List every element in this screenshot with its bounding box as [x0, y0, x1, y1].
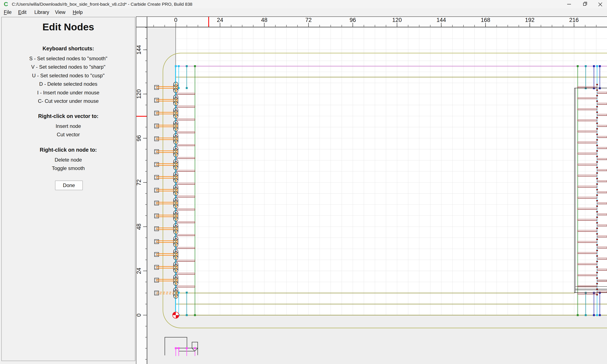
path-node[interactable] [596, 222, 598, 223]
path-node[interactable] [596, 288, 598, 290]
path-node[interactable] [596, 123, 598, 124]
slot-end-handle[interactable] [176, 170, 177, 171]
menu-item-library[interactable]: Library [34, 8, 50, 16]
path-node[interactable] [596, 128, 598, 130]
path-node[interactable] [596, 84, 598, 85]
close-button[interactable] [594, 0, 607, 8]
path-node[interactable] [596, 117, 598, 119]
slot-end-handle[interactable] [176, 132, 177, 133]
restore-button[interactable] [578, 0, 591, 8]
path-node[interactable] [596, 172, 598, 174]
menu-item-view[interactable]: View [54, 8, 66, 16]
slot-end-handle[interactable] [176, 235, 177, 236]
path-node[interactable] [596, 283, 598, 284]
path-node[interactable] [596, 217, 598, 218]
guide-handle[interactable] [596, 314, 598, 316]
slot-end-handle[interactable] [176, 145, 177, 146]
slot-end-handle[interactable] [176, 93, 177, 94]
path-node[interactable] [596, 266, 598, 268]
guide-handle[interactable] [585, 314, 587, 316]
path-node[interactable] [596, 95, 598, 96]
design-canvas[interactable]: 024487296120144168192216144120967248240 [136, 16, 607, 364]
h-ruler-label: 48 [261, 17, 267, 23]
guide-handle[interactable] [175, 65, 177, 67]
path-node[interactable] [596, 150, 598, 152]
path-node[interactable] [596, 89, 598, 91]
guide-handle[interactable] [186, 314, 188, 316]
done-button[interactable]: Done [55, 181, 83, 190]
slot-end-handle[interactable] [176, 247, 177, 248]
restore-icon [583, 3, 586, 6]
path-node[interactable] [596, 183, 598, 185]
path-node[interactable] [596, 145, 598, 146]
path-node[interactable] [596, 195, 598, 196]
selected-node[interactable] [178, 347, 180, 349]
path-node[interactable] [596, 277, 598, 279]
path-node[interactable] [596, 206, 598, 207]
path-node[interactable] [596, 244, 598, 246]
guide-handle[interactable] [194, 65, 196, 67]
selected-node[interactable] [186, 347, 188, 349]
path-node[interactable] [596, 189, 598, 190]
selected-node[interactable] [194, 347, 196, 349]
path-node[interactable] [596, 106, 598, 107]
path-node[interactable] [596, 255, 598, 257]
guide-handle[interactable] [585, 65, 587, 67]
guide-handle[interactable] [178, 65, 180, 67]
slot-end-handle[interactable] [176, 183, 177, 184]
path-node[interactable] [596, 261, 598, 262]
slot-end-handle[interactable] [176, 106, 177, 107]
panel-title: Edit Nodes [2, 21, 135, 33]
guide-handle[interactable] [596, 65, 598, 67]
guide-handle[interactable] [599, 65, 601, 67]
node-heading: Right-click on node to: [2, 147, 135, 153]
guide-handle[interactable] [593, 65, 595, 67]
slot-end-handle[interactable] [176, 260, 177, 261]
guide-handle[interactable] [593, 314, 595, 316]
guide-handle[interactable] [194, 314, 196, 316]
slot-end-handle[interactable] [176, 222, 177, 223]
slot-end-handle[interactable] [176, 286, 177, 287]
vector-actions: Insert node Cut vector [2, 122, 135, 139]
minimize-button[interactable] [562, 0, 576, 8]
guide-handle[interactable] [599, 314, 601, 316]
slot-end-handle[interactable] [176, 209, 177, 210]
path-node[interactable] [596, 200, 598, 201]
v-ruler[interactable] [136, 27, 147, 364]
h-ruler[interactable] [147, 16, 607, 27]
v-ruler-label: 144 [136, 45, 142, 54]
path-node[interactable] [596, 233, 598, 235]
path-node[interactable] [596, 156, 598, 157]
shortcut-line: V - Set selected nodes to "sharp" [2, 63, 135, 71]
h-ruler-label: 96 [350, 17, 356, 23]
path-node[interactable] [596, 133, 598, 135]
guide-handle[interactable] [577, 314, 579, 316]
h-ruler-label: 168 [481, 17, 490, 23]
path-node[interactable] [596, 161, 598, 163]
path-node[interactable] [596, 294, 598, 296]
menu-item-help[interactable]: Help [72, 8, 83, 16]
guide-handle[interactable] [186, 65, 188, 67]
guide-handle[interactable] [186, 87, 188, 89]
slot-end-handle[interactable] [176, 157, 177, 159]
slot-end-handle[interactable] [176, 273, 177, 274]
slot-end-handle[interactable] [176, 119, 177, 120]
path-node[interactable] [596, 272, 598, 273]
slot-end-handle[interactable] [176, 196, 177, 197]
path-node[interactable] [596, 178, 598, 179]
path-node[interactable] [596, 139, 598, 141]
path-node[interactable] [596, 111, 598, 113]
path-node[interactable] [596, 167, 598, 168]
menu-item-edit[interactable]: Edit [17, 8, 27, 16]
path-node[interactable] [596, 101, 598, 102]
guide-handle[interactable] [577, 65, 579, 67]
selected-node[interactable] [175, 347, 177, 349]
menu-item-file[interactable]: File [3, 8, 13, 16]
path-node[interactable] [596, 211, 598, 213]
path-node[interactable] [596, 239, 598, 240]
window-title: C:/Users/willa/Downloads/rb_box_side_fro… [12, 2, 192, 7]
path-node[interactable] [596, 250, 598, 251]
vector-action-line: Insert node [2, 122, 135, 130]
path-node[interactable] [596, 228, 598, 229]
guide-handle[interactable] [186, 292, 188, 294]
